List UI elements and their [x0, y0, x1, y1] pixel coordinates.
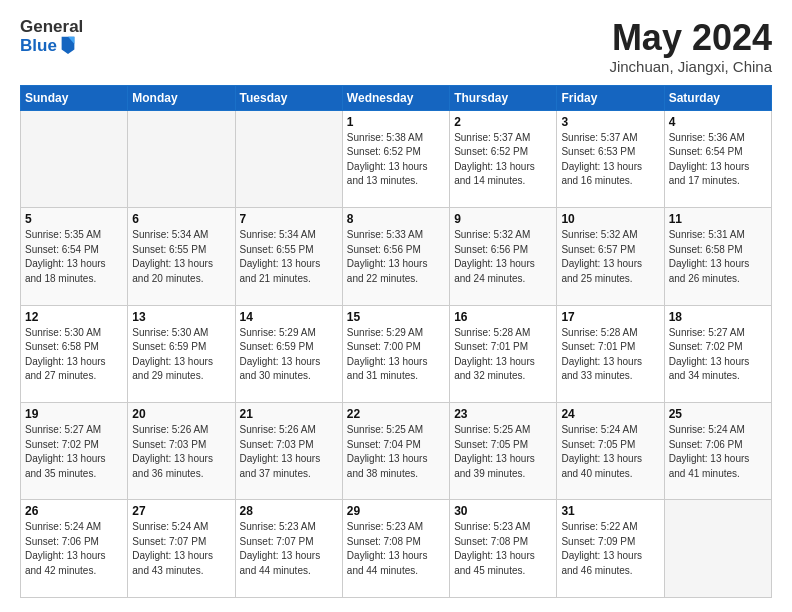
day-number: 8 [347, 212, 445, 226]
day-number: 16 [454, 310, 552, 324]
day-number: 27 [132, 504, 230, 518]
calendar-cell: 23Sunrise: 5:25 AM Sunset: 7:05 PM Dayli… [450, 403, 557, 500]
calendar-cell: 14Sunrise: 5:29 AM Sunset: 6:59 PM Dayli… [235, 305, 342, 402]
calendar-cell: 2Sunrise: 5:37 AM Sunset: 6:52 PM Daylig… [450, 110, 557, 207]
calendar-cell: 31Sunrise: 5:22 AM Sunset: 7:09 PM Dayli… [557, 500, 664, 598]
header: General Blue May 2024 Jinchuan, Jiangxi,… [20, 18, 772, 75]
day-number: 21 [240, 407, 338, 421]
day-number: 3 [561, 115, 659, 129]
calendar-week-2: 5Sunrise: 5:35 AM Sunset: 6:54 PM Daylig… [21, 208, 772, 305]
day-number: 5 [25, 212, 123, 226]
day-info: Sunrise: 5:22 AM Sunset: 7:09 PM Dayligh… [561, 520, 659, 578]
day-info: Sunrise: 5:24 AM Sunset: 7:05 PM Dayligh… [561, 423, 659, 481]
day-info: Sunrise: 5:28 AM Sunset: 7:01 PM Dayligh… [454, 326, 552, 384]
calendar-cell: 8Sunrise: 5:33 AM Sunset: 6:56 PM Daylig… [342, 208, 449, 305]
day-info: Sunrise: 5:24 AM Sunset: 7:07 PM Dayligh… [132, 520, 230, 578]
day-number: 26 [25, 504, 123, 518]
day-number: 28 [240, 504, 338, 518]
calendar-cell: 10Sunrise: 5:32 AM Sunset: 6:57 PM Dayli… [557, 208, 664, 305]
day-number: 22 [347, 407, 445, 421]
day-number: 15 [347, 310, 445, 324]
calendar-cell: 25Sunrise: 5:24 AM Sunset: 7:06 PM Dayli… [664, 403, 771, 500]
day-number: 25 [669, 407, 767, 421]
calendar-cell [235, 110, 342, 207]
calendar-cell: 26Sunrise: 5:24 AM Sunset: 7:06 PM Dayli… [21, 500, 128, 598]
day-number: 20 [132, 407, 230, 421]
calendar-header-monday: Monday [128, 85, 235, 110]
day-info: Sunrise: 5:33 AM Sunset: 6:56 PM Dayligh… [347, 228, 445, 286]
calendar-week-4: 19Sunrise: 5:27 AM Sunset: 7:02 PM Dayli… [21, 403, 772, 500]
calendar-cell: 20Sunrise: 5:26 AM Sunset: 7:03 PM Dayli… [128, 403, 235, 500]
logo-blue: Blue [20, 37, 57, 56]
day-info: Sunrise: 5:34 AM Sunset: 6:55 PM Dayligh… [132, 228, 230, 286]
day-info: Sunrise: 5:25 AM Sunset: 7:05 PM Dayligh… [454, 423, 552, 481]
day-number: 1 [347, 115, 445, 129]
day-number: 14 [240, 310, 338, 324]
title-block: May 2024 Jinchuan, Jiangxi, China [609, 18, 772, 75]
calendar-cell: 21Sunrise: 5:26 AM Sunset: 7:03 PM Dayli… [235, 403, 342, 500]
day-number: 24 [561, 407, 659, 421]
logo: General Blue [20, 18, 83, 55]
calendar-cell [664, 500, 771, 598]
calendar-cell: 28Sunrise: 5:23 AM Sunset: 7:07 PM Dayli… [235, 500, 342, 598]
day-info: Sunrise: 5:29 AM Sunset: 7:00 PM Dayligh… [347, 326, 445, 384]
day-info: Sunrise: 5:26 AM Sunset: 7:03 PM Dayligh… [240, 423, 338, 481]
calendar-cell: 1Sunrise: 5:38 AM Sunset: 6:52 PM Daylig… [342, 110, 449, 207]
calendar-cell: 13Sunrise: 5:30 AM Sunset: 6:59 PM Dayli… [128, 305, 235, 402]
day-number: 11 [669, 212, 767, 226]
calendar-header-wednesday: Wednesday [342, 85, 449, 110]
day-number: 18 [669, 310, 767, 324]
calendar-cell: 16Sunrise: 5:28 AM Sunset: 7:01 PM Dayli… [450, 305, 557, 402]
day-number: 23 [454, 407, 552, 421]
day-info: Sunrise: 5:29 AM Sunset: 6:59 PM Dayligh… [240, 326, 338, 384]
day-number: 4 [669, 115, 767, 129]
day-number: 6 [132, 212, 230, 226]
day-info: Sunrise: 5:32 AM Sunset: 6:57 PM Dayligh… [561, 228, 659, 286]
day-number: 12 [25, 310, 123, 324]
calendar-cell: 3Sunrise: 5:37 AM Sunset: 6:53 PM Daylig… [557, 110, 664, 207]
calendar-cell: 22Sunrise: 5:25 AM Sunset: 7:04 PM Dayli… [342, 403, 449, 500]
day-info: Sunrise: 5:34 AM Sunset: 6:55 PM Dayligh… [240, 228, 338, 286]
day-info: Sunrise: 5:37 AM Sunset: 6:52 PM Dayligh… [454, 131, 552, 189]
calendar-week-5: 26Sunrise: 5:24 AM Sunset: 7:06 PM Dayli… [21, 500, 772, 598]
logo-icon [59, 35, 77, 55]
day-number: 7 [240, 212, 338, 226]
day-info: Sunrise: 5:23 AM Sunset: 7:08 PM Dayligh… [454, 520, 552, 578]
calendar-cell: 5Sunrise: 5:35 AM Sunset: 6:54 PM Daylig… [21, 208, 128, 305]
logo-general: General [20, 18, 83, 37]
day-info: Sunrise: 5:27 AM Sunset: 7:02 PM Dayligh… [25, 423, 123, 481]
calendar-cell: 29Sunrise: 5:23 AM Sunset: 7:08 PM Dayli… [342, 500, 449, 598]
day-info: Sunrise: 5:30 AM Sunset: 6:59 PM Dayligh… [132, 326, 230, 384]
day-info: Sunrise: 5:38 AM Sunset: 6:52 PM Dayligh… [347, 131, 445, 189]
calendar-header-sunday: Sunday [21, 85, 128, 110]
calendar-header-friday: Friday [557, 85, 664, 110]
location: Jinchuan, Jiangxi, China [609, 58, 772, 75]
day-info: Sunrise: 5:36 AM Sunset: 6:54 PM Dayligh… [669, 131, 767, 189]
day-info: Sunrise: 5:27 AM Sunset: 7:02 PM Dayligh… [669, 326, 767, 384]
month-year: May 2024 [609, 18, 772, 58]
calendar-cell [128, 110, 235, 207]
calendar-cell: 18Sunrise: 5:27 AM Sunset: 7:02 PM Dayli… [664, 305, 771, 402]
calendar-cell: 11Sunrise: 5:31 AM Sunset: 6:58 PM Dayli… [664, 208, 771, 305]
day-number: 9 [454, 212, 552, 226]
calendar-header-thursday: Thursday [450, 85, 557, 110]
day-info: Sunrise: 5:30 AM Sunset: 6:58 PM Dayligh… [25, 326, 123, 384]
calendar-cell: 19Sunrise: 5:27 AM Sunset: 7:02 PM Dayli… [21, 403, 128, 500]
calendar-header-tuesday: Tuesday [235, 85, 342, 110]
page: General Blue May 2024 Jinchuan, Jiangxi,… [0, 0, 792, 612]
calendar-cell [21, 110, 128, 207]
calendar-cell: 12Sunrise: 5:30 AM Sunset: 6:58 PM Dayli… [21, 305, 128, 402]
calendar-header-saturday: Saturday [664, 85, 771, 110]
calendar-cell: 17Sunrise: 5:28 AM Sunset: 7:01 PM Dayli… [557, 305, 664, 402]
day-number: 17 [561, 310, 659, 324]
calendar-cell: 24Sunrise: 5:24 AM Sunset: 7:05 PM Dayli… [557, 403, 664, 500]
day-number: 2 [454, 115, 552, 129]
calendar-cell: 27Sunrise: 5:24 AM Sunset: 7:07 PM Dayli… [128, 500, 235, 598]
calendar-cell: 9Sunrise: 5:32 AM Sunset: 6:56 PM Daylig… [450, 208, 557, 305]
day-number: 19 [25, 407, 123, 421]
day-number: 29 [347, 504, 445, 518]
calendar-cell: 6Sunrise: 5:34 AM Sunset: 6:55 PM Daylig… [128, 208, 235, 305]
day-number: 10 [561, 212, 659, 226]
calendar-cell: 15Sunrise: 5:29 AM Sunset: 7:00 PM Dayli… [342, 305, 449, 402]
day-info: Sunrise: 5:26 AM Sunset: 7:03 PM Dayligh… [132, 423, 230, 481]
